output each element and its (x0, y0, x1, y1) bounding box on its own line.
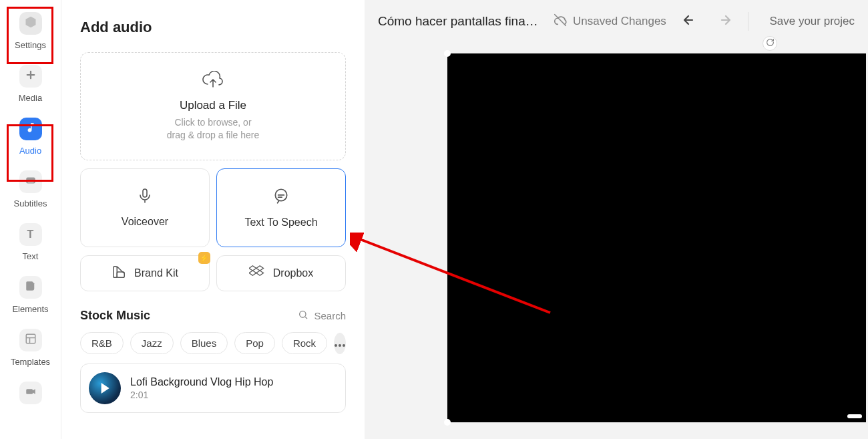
canvas-area: Cómo hacer pantallas final... Unsaved Ch… (365, 0, 868, 439)
dropbox-icon (249, 265, 265, 282)
sidebar-item-label: Elements (12, 304, 48, 314)
panel-title: Add audio (80, 19, 346, 36)
sync-status-badge[interactable] (763, 36, 777, 51)
voiceover-card[interactable]: Voiceover (80, 168, 210, 247)
redo-button[interactable] (714, 12, 733, 31)
svg-marker-0 (25, 17, 35, 28)
text-icon: T (27, 229, 34, 241)
sidebar-item-subtitles[interactable]: Subtitles (8, 170, 53, 208)
swatches-icon (112, 265, 126, 282)
sidebar-item-label: Media (19, 93, 42, 103)
stock-track-row[interactable]: Lofi Background Vlog Hip Hop 2:01 (80, 363, 346, 413)
card-label: Brand Kit (134, 267, 178, 279)
track-title: Lofi Background Vlog Hip Hop (130, 376, 273, 388)
card-label: Text To Speech (244, 216, 317, 229)
undo-button[interactable] (681, 12, 700, 31)
sticker-icon (25, 280, 37, 295)
search-label: Search (314, 310, 346, 321)
sidebar-item-settings[interactable]: Settings (8, 12, 53, 50)
camera-icon (25, 386, 37, 400)
svg-point-12 (343, 344, 345, 347)
svg-rect-4 (26, 389, 33, 394)
track-artwork[interactable] (89, 372, 121, 404)
cloud-upload-icon (202, 71, 224, 92)
upload-title: Upload a File (180, 99, 246, 112)
sidebar-item-label: Subtitles (14, 198, 47, 208)
sidebar-item-templates[interactable]: Templates (8, 329, 53, 367)
sidebar-item-label: Settings (15, 40, 46, 50)
sidebar-item-label: Audio (19, 146, 41, 156)
microphone-icon (137, 188, 153, 206)
sync-icon (766, 37, 775, 49)
more-genres-button[interactable] (334, 333, 346, 354)
svg-rect-1 (26, 178, 35, 184)
search-icon (298, 309, 308, 322)
hexagon-icon (24, 15, 37, 31)
subtitles-icon (25, 174, 37, 189)
genre-chip[interactable]: Blues (180, 332, 228, 354)
stock-music-title: Stock Music (80, 309, 150, 323)
sidebar: Settings Media Audio (0, 0, 61, 439)
svg-rect-3 (26, 334, 35, 343)
undo-icon (682, 13, 699, 29)
resize-handle[interactable] (847, 414, 862, 418)
upload-file-dropzone[interactable]: Upload a File Click to browse, ordrag & … (80, 52, 346, 160)
genre-chip[interactable]: Pop (234, 332, 275, 354)
music-note-icon (25, 122, 37, 136)
svg-point-10 (335, 344, 337, 347)
svg-point-11 (339, 344, 341, 347)
upload-sub: Click to browse, ordrag & drop a file he… (167, 116, 260, 142)
sidebar-item-elements[interactable]: Elements (8, 276, 53, 314)
project-title[interactable]: Cómo hacer pantallas final... (378, 14, 538, 29)
genre-chips: R&B Jazz Blues Pop Rock (80, 332, 346, 354)
unsaved-label: Unsaved Changes (573, 15, 666, 28)
topbar: Cómo hacer pantallas final... Unsaved Ch… (365, 0, 868, 43)
text-to-speech-card[interactable]: Text To Speech (216, 168, 346, 247)
add-audio-panel: Add audio Upload a File Click to browse,… (61, 0, 365, 439)
resize-handle[interactable] (444, 419, 451, 426)
save-project-hint[interactable]: Save your projec (769, 15, 855, 28)
resize-handle[interactable] (444, 50, 451, 57)
svg-point-9 (300, 311, 306, 317)
speech-bubble-icon (272, 187, 290, 207)
bolt-badge-icon: ⚡ (198, 252, 210, 264)
sidebar-item-label: Templates (11, 357, 50, 367)
sidebar-item-audio[interactable]: Audio (8, 118, 53, 156)
video-canvas[interactable] (447, 53, 866, 422)
dots-icon (335, 337, 345, 349)
sidebar-item-record[interactable] (8, 382, 53, 404)
brand-kit-card[interactable]: ⚡ Brand Kit (80, 255, 210, 291)
layout-icon (25, 333, 37, 347)
genre-chip[interactable]: Jazz (130, 332, 174, 354)
svg-rect-7 (114, 267, 118, 278)
stock-search-button[interactable]: Search (298, 309, 346, 322)
genre-chip[interactable]: R&B (80, 332, 124, 354)
dropbox-card[interactable]: Dropbox (216, 255, 346, 291)
card-label: Dropbox (273, 267, 313, 279)
play-icon (101, 383, 110, 394)
sidebar-item-media[interactable]: Media (8, 65, 53, 103)
sidebar-item-text[interactable]: T Text (8, 223, 53, 261)
track-duration: 2:01 (130, 390, 273, 400)
redo-icon (715, 13, 732, 29)
unsaved-indicator: Unsaved Changes (553, 13, 666, 31)
plus-icon (25, 69, 37, 84)
genre-chip[interactable]: Rock (282, 332, 327, 354)
svg-rect-5 (143, 189, 147, 197)
svg-rect-2 (27, 182, 33, 183)
card-label: Voiceover (122, 216, 168, 228)
cloud-off-icon (553, 13, 568, 31)
sidebar-item-label: Text (23, 251, 39, 261)
